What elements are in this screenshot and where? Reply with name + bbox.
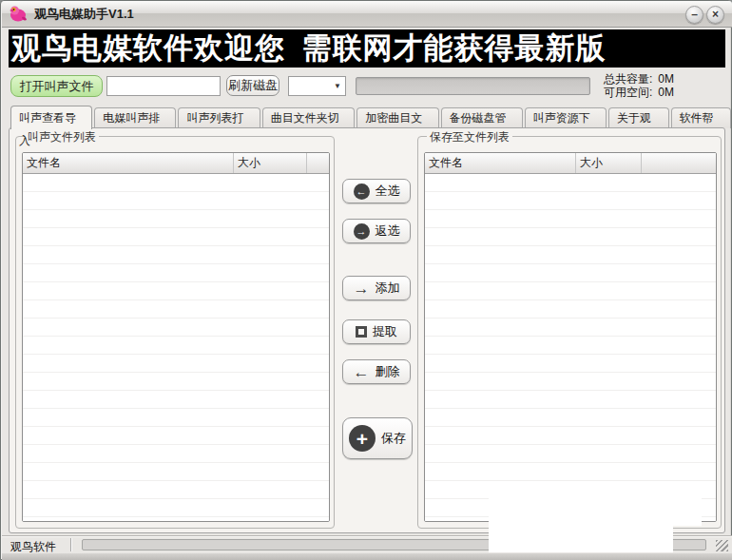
- sound-file-list-title: 叫声文件列表: [25, 129, 99, 145]
- column-header-blank: [642, 153, 716, 173]
- tab-help[interactable]: 软件帮助: [671, 107, 731, 128]
- add-button[interactable]: → 添加: [342, 276, 411, 300]
- capacity-info: 总共容量: 0M 可用空间: 0M: [604, 72, 674, 99]
- window-controls: – ×: [685, 6, 724, 24]
- welcome-banner-text: 观鸟电媒软件欢迎您 需联网才能获得最新版: [11, 29, 607, 68]
- minimize-button[interactable]: –: [685, 6, 703, 24]
- tab-backup-disk-manage[interactable]: 备份磁盘管理: [441, 107, 523, 128]
- column-header-filename[interactable]: 文件名: [425, 153, 576, 173]
- tab-sound-view-import[interactable]: 叫声查看导入: [10, 106, 92, 129]
- select-all-button[interactable]: ← 全选: [342, 179, 411, 203]
- add-label: 添加: [376, 280, 400, 297]
- column-header-blank: [307, 153, 329, 173]
- tab-encrypt-track-files[interactable]: 加密曲目文件: [356, 107, 438, 128]
- extract-label: 提取: [373, 323, 397, 340]
- app-window: 观鸟电媒助手V1.1 – × 观鸟电媒软件欢迎您 需联网才能获得最新版 打开叫声…: [0, 0, 732, 560]
- delete-button[interactable]: ← 删除: [342, 359, 411, 384]
- tab-sound-resource-download[interactable]: 叫声资源下载: [525, 107, 607, 128]
- save-label: 保存: [381, 430, 406, 447]
- tab-panel: 叫声文件列表 文件名 大小 ← 全选 → 返选 → 添加 提取: [9, 127, 725, 533]
- tab-about[interactable]: 关于观鸟: [608, 107, 668, 128]
- tabstrip: 叫声查看导入 电媒叫声排序 叫声列表打印 曲目文件夹切换 加密曲目文件 备份磁盘…: [10, 106, 731, 128]
- total-capacity-label: 总共容量:: [604, 72, 652, 86]
- file-path-input[interactable]: [106, 76, 221, 96]
- tab-media-sound-sort[interactable]: 电媒叫声排序: [94, 107, 176, 128]
- open-sound-file-button[interactable]: 打开叫声文件: [10, 75, 103, 97]
- sound-file-table[interactable]: 文件名 大小: [22, 152, 330, 522]
- column-header-size[interactable]: 大小: [576, 153, 642, 173]
- capacity-progress-bar: [356, 77, 590, 95]
- chevron-down-icon[interactable]: ▼: [330, 82, 345, 90]
- window-bottom-frame: [2, 553, 732, 560]
- column-header-size[interactable]: 大小: [234, 153, 307, 173]
- delete-label: 删除: [376, 363, 400, 380]
- arrow-right-icon: →: [354, 280, 370, 297]
- resize-grip-icon[interactable]: [716, 540, 728, 551]
- arrow-left-icon: ←: [354, 364, 370, 380]
- extract-button[interactable]: 提取: [342, 319, 411, 344]
- invert-select-label: 返选: [376, 222, 400, 240]
- white-artifact-patch: [489, 481, 702, 526]
- tab-sound-list-print[interactable]: 叫声列表打印: [178, 107, 260, 128]
- sound-file-table-body[interactable]: [23, 174, 329, 521]
- free-space-value: 0M: [658, 86, 674, 99]
- square-icon: [356, 326, 367, 338]
- column-header-filename[interactable]: 文件名: [23, 153, 234, 173]
- sound-file-table-header: 文件名 大小: [23, 153, 329, 174]
- white-artifact-patch: [489, 526, 673, 552]
- invert-select-button[interactable]: → 返选: [342, 219, 411, 243]
- sound-file-list-group: 叫声文件列表 文件名 大小: [15, 136, 335, 529]
- circle-plus-icon: +: [349, 425, 376, 452]
- drive-select[interactable]: ▼: [288, 76, 346, 96]
- statusbar-divider: [70, 538, 72, 551]
- save-button[interactable]: + 保存: [342, 417, 413, 459]
- circle-arrow-right-icon: →: [354, 223, 370, 240]
- tab-track-folder-switch[interactable]: 曲目文件夹切换: [262, 107, 356, 128]
- circle-arrow-left-icon: ←: [354, 183, 370, 200]
- total-capacity-value: 0M: [658, 72, 674, 86]
- window-title: 观鸟电媒助手V1.1: [34, 6, 134, 23]
- bird-app-icon: [9, 5, 29, 24]
- refresh-disk-button[interactable]: 刷新磁盘: [226, 75, 279, 96]
- welcome-banner: 观鸟电媒软件欢迎您 需联网才能获得最新版: [9, 29, 725, 68]
- titlebar: 观鸟电媒助手V1.1 – ×: [2, 1, 732, 28]
- free-space-label: 可用空间:: [604, 86, 652, 99]
- select-all-label: 全选: [376, 183, 400, 200]
- save-to-table[interactable]: 文件名 大小: [424, 152, 717, 522]
- save-to-table-body[interactable]: [425, 174, 716, 521]
- save-to-list-title: 保存至文件列表: [427, 129, 512, 145]
- close-button[interactable]: ×: [706, 6, 724, 24]
- save-to-list-group: 保存至文件列表 文件名 大小: [417, 136, 722, 529]
- save-to-table-header: 文件名 大小: [425, 153, 716, 174]
